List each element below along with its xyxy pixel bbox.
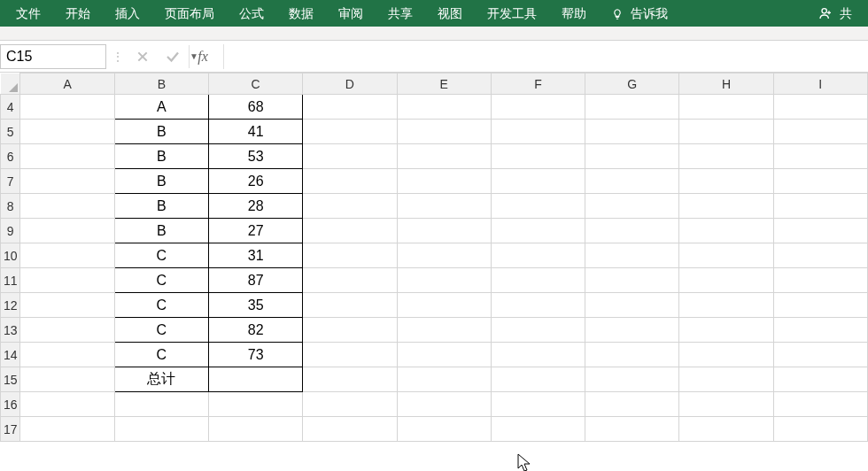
cell[interactable]: [397, 144, 491, 169]
cell[interactable]: [397, 343, 491, 367]
cell[interactable]: [585, 293, 679, 318]
cell[interactable]: 73: [209, 343, 303, 367]
cell[interactable]: [679, 243, 773, 268]
tab-developer[interactable]: 开发工具: [475, 0, 549, 27]
cell[interactable]: B: [114, 120, 208, 144]
cell[interactable]: [397, 293, 491, 318]
cell[interactable]: [397, 392, 491, 417]
tab-review[interactable]: 审阅: [326, 0, 376, 27]
cell[interactable]: [773, 268, 867, 293]
cell[interactable]: [303, 268, 397, 293]
tab-share[interactable]: 共享: [376, 0, 425, 27]
cell[interactable]: [679, 95, 773, 120]
cell[interactable]: [773, 417, 867, 442]
cell[interactable]: B: [114, 219, 208, 243]
cell[interactable]: B: [114, 144, 208, 169]
cell[interactable]: [491, 194, 585, 219]
row-header[interactable]: 4: [1, 95, 20, 120]
cell[interactable]: [491, 417, 585, 442]
cell[interactable]: [303, 243, 397, 268]
col-header-g[interactable]: G: [585, 73, 679, 95]
cell[interactable]: [491, 367, 585, 392]
cell[interactable]: [679, 417, 773, 442]
cell[interactable]: [773, 343, 867, 367]
row-header[interactable]: 11: [1, 268, 20, 293]
cell[interactable]: [773, 219, 867, 243]
cell[interactable]: [491, 392, 585, 417]
cell[interactable]: [303, 367, 397, 392]
cell[interactable]: [679, 268, 773, 293]
row-header[interactable]: 16: [1, 392, 20, 417]
cell[interactable]: [585, 243, 679, 268]
col-header-f[interactable]: F: [491, 73, 585, 95]
cell[interactable]: [679, 343, 773, 367]
cell[interactable]: 26: [209, 169, 303, 194]
cell[interactable]: [585, 268, 679, 293]
select-all-corner[interactable]: [1, 73, 20, 95]
cell[interactable]: [773, 194, 867, 219]
cell[interactable]: [20, 392, 114, 417]
cell[interactable]: [679, 367, 773, 392]
cell[interactable]: [20, 194, 114, 219]
cell[interactable]: [679, 318, 773, 343]
cell[interactable]: [585, 417, 679, 442]
cell[interactable]: [209, 392, 303, 417]
cell[interactable]: [491, 293, 585, 318]
row-header[interactable]: 5: [1, 120, 20, 144]
cell[interactable]: [773, 120, 867, 144]
col-header-i[interactable]: I: [773, 73, 867, 95]
cell[interactable]: [773, 243, 867, 268]
tab-page-layout[interactable]: 页面布局: [152, 0, 227, 27]
cell[interactable]: [303, 417, 397, 442]
cell[interactable]: [679, 169, 773, 194]
row-header[interactable]: 6: [1, 144, 20, 169]
cell[interactable]: [397, 194, 491, 219]
tab-help[interactable]: 帮助: [549, 0, 599, 27]
cell[interactable]: [491, 219, 585, 243]
spreadsheet-grid[interactable]: A B C D E F G H I 4A685B416B537B268B289B…: [0, 73, 868, 471]
share-button[interactable]: 共: [806, 0, 864, 27]
cell[interactable]: [303, 120, 397, 144]
tab-insert[interactable]: 插入: [103, 0, 152, 27]
cell[interactable]: [773, 169, 867, 194]
tab-home[interactable]: 开始: [53, 0, 103, 27]
col-header-h[interactable]: H: [679, 73, 773, 95]
cell[interactable]: [585, 219, 679, 243]
cell[interactable]: [20, 318, 114, 343]
row-header[interactable]: 7: [1, 169, 20, 194]
cell[interactable]: C: [114, 293, 208, 318]
cell[interactable]: [491, 318, 585, 343]
name-box[interactable]: ▼: [0, 44, 106, 69]
cell[interactable]: [585, 343, 679, 367]
cell[interactable]: [20, 343, 114, 367]
cell[interactable]: [397, 417, 491, 442]
cell[interactable]: 53: [209, 144, 303, 169]
row-header[interactable]: 8: [1, 194, 20, 219]
cell[interactable]: [20, 367, 114, 392]
cell[interactable]: [303, 343, 397, 367]
cell[interactable]: [585, 367, 679, 392]
cell[interactable]: 35: [209, 293, 303, 318]
tab-formulas[interactable]: 公式: [227, 0, 276, 27]
col-header-c[interactable]: C: [209, 73, 303, 95]
tab-file[interactable]: 文件: [4, 0, 53, 27]
cell[interactable]: 68: [209, 95, 303, 120]
cell[interactable]: 82: [209, 318, 303, 343]
row-header[interactable]: 15: [1, 367, 20, 392]
cell[interactable]: [20, 268, 114, 293]
cell[interactable]: [397, 120, 491, 144]
cell[interactable]: [585, 194, 679, 219]
cell[interactable]: [773, 367, 867, 392]
cell[interactable]: 31: [209, 243, 303, 268]
cell[interactable]: [303, 169, 397, 194]
sheet-table[interactable]: A B C D E F G H I 4A685B416B537B268B289B…: [0, 73, 868, 442]
cell[interactable]: [209, 417, 303, 442]
cell[interactable]: [491, 343, 585, 367]
row-header[interactable]: 13: [1, 318, 20, 343]
cell[interactable]: [585, 318, 679, 343]
cell[interactable]: [397, 268, 491, 293]
insert-function-button[interactable]: fx: [188, 44, 218, 69]
cell[interactable]: B: [114, 194, 208, 219]
cell[interactable]: [397, 367, 491, 392]
cell[interactable]: [303, 219, 397, 243]
